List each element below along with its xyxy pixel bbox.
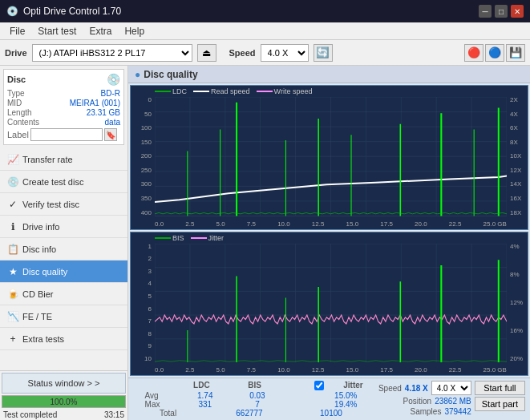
y-label-r-18x: 18X <box>508 210 528 216</box>
disc-label-input[interactable] <box>30 128 103 141</box>
legend-read-speed: Read speed <box>193 87 250 95</box>
stats-total-row: Total 662777 10100 <box>133 409 372 418</box>
speed-label: Speed <box>229 48 256 58</box>
minimize-button[interactable]: ─ <box>479 5 492 18</box>
menu-file[interactable]: File <box>3 24 31 38</box>
stats-section-main: LDC BIS Jitter Avg 1.74 0.03 15.0% Max 3… <box>133 381 372 418</box>
y-label-50: 50 <box>131 111 153 118</box>
y-label-r-2x: 2X <box>508 97 528 103</box>
menu-extra[interactable]: Extra <box>83 24 118 38</box>
x-20: 20.0 <box>415 220 427 228</box>
y-bis-r-4: 4% <box>508 244 528 250</box>
stats-samples-row: Samples 379442 <box>410 407 471 416</box>
xb-12.5: 12.5 <box>312 366 325 374</box>
sidebar-item-extra-tests[interactable]: + Extra tests <box>0 328 127 350</box>
sidebar-item-create-test-disc[interactable]: 💿 Create test disc <box>0 171 127 193</box>
x-5: 5.0 <box>216 220 225 228</box>
y-bis-9: 9 <box>131 343 153 349</box>
chart-header: ● Disc quality <box>128 66 530 83</box>
drive-label: Drive <box>5 48 27 58</box>
bottom-chart: BIS Jitter 10 9 8 7 6 5 4 3 <box>130 232 528 377</box>
sidebar-item-fe-te[interactable]: 📉 FE / TE <box>0 305 127 328</box>
sidebar: Disc 💿 Type BD-R MID MEIRA1 (001) Length… <box>0 66 128 420</box>
sidebar-nav: 📈 Transfer rate 💿 Create test disc ✓ Ver… <box>0 148 127 370</box>
status-window-button[interactable]: Status window > > <box>2 373 126 394</box>
drive-select[interactable]: (J:) ATAPI iHBS312 2 PL17 <box>32 44 192 62</box>
xb-25: 25.0 GB <box>483 366 507 374</box>
disc-label-row: Label 🔖 <box>7 128 120 141</box>
y-label-0: 0 <box>131 97 153 103</box>
bottom-chart-x-axis: 0.0 2.5 5.0 7.5 10.0 12.5 15.0 17.5 20.0… <box>155 366 507 374</box>
charts-container: LDC Read speed Write speed 400 350 30 <box>128 83 530 378</box>
start-part-button[interactable]: Start part <box>475 397 525 411</box>
disc-type-label: Type <box>7 89 25 98</box>
sidebar-item-verify-test-disc[interactable]: ✓ Verify test disc <box>0 193 127 216</box>
disc-label-label: Label <box>7 130 29 139</box>
sidebar-item-disc-quality[interactable]: ★ Disc quality <box>0 260 127 283</box>
disc-panel: Disc 💿 Type BD-R MID MEIRA1 (001) Length… <box>3 69 124 145</box>
y-bis-7: 7 <box>131 318 153 325</box>
disc-label-button[interactable]: 🔖 <box>104 128 117 141</box>
y-bis-4: 4 <box>131 281 153 287</box>
sidebar-item-disc-info[interactable]: 📋 Disc info <box>0 238 127 260</box>
y-bis-r-12: 12% <box>508 300 528 306</box>
speed-select[interactable]: 4.0 X <box>261 44 309 62</box>
samples-label: Samples <box>410 407 441 416</box>
sidebar-item-transfer-rate[interactable]: 📈 Transfer rate <box>0 148 127 171</box>
x-25: 25.0 GB <box>483 220 507 228</box>
y-label-r-16x: 16X <box>508 196 528 202</box>
stats-avg-row: Avg 1.74 0.03 15.0% <box>133 391 372 400</box>
sidebar-item-drive-info[interactable]: ℹ Drive info <box>0 216 127 238</box>
drive-info-label: Drive info <box>22 222 59 232</box>
stats-col-ldc: LDC <box>184 381 219 390</box>
xb-20: 20.0 <box>415 366 427 374</box>
top-chart-legend: LDC Read speed Write speed <box>155 87 312 95</box>
xb-22.5: 22.5 <box>449 366 462 374</box>
y-label-100: 100 <box>131 125 153 131</box>
stats-total-label: Total <box>160 409 182 418</box>
bottom-chart-legend: BIS Jitter <box>155 234 224 242</box>
y-label-r-4x: 4X <box>508 111 528 118</box>
xb-5: 5.0 <box>216 366 225 374</box>
disc-quality-label: Disc quality <box>22 267 67 277</box>
extra-tests-label: Extra tests <box>22 334 64 344</box>
x-0: 0.0 <box>155 220 164 228</box>
bottom-chart-y-axis-right: 20% 16% 12% 8% 4% <box>508 244 528 363</box>
toolbar-btn-1[interactable]: 🔴 <box>464 44 483 62</box>
cd-bier-icon: 🍺 <box>6 288 19 301</box>
stats-bar: LDC BIS Jitter Avg 1.74 0.03 15.0% Max 3… <box>128 378 530 420</box>
verify-test-disc-icon: ✓ <box>6 198 19 211</box>
content-area: ● Disc quality LDC Read speed <box>128 66 530 420</box>
toolbar-btn-2[interactable]: 🔵 <box>485 44 504 62</box>
y-bis-5: 5 <box>131 293 153 300</box>
speed-refresh-button[interactable]: 🔄 <box>314 44 333 62</box>
disc-mid-value: MEIRA1 (001) <box>70 99 120 107</box>
sidebar-item-cd-bier[interactable]: 🍺 CD Bier <box>0 283 127 305</box>
stats-avg-label: Avg <box>145 391 168 400</box>
close-button[interactable]: ✕ <box>511 5 524 18</box>
y-bis-6: 6 <box>131 306 153 313</box>
status-text: Test completed <box>0 410 60 420</box>
maximize-button[interactable]: □ <box>495 5 508 18</box>
disc-contents-row: Contents data <box>7 118 120 127</box>
toolbar-save[interactable]: 💾 <box>506 44 525 62</box>
y-bis-r-16: 16% <box>508 328 528 334</box>
x-7.5: 7.5 <box>247 220 256 228</box>
menu-bar: File Start test Extra Help <box>0 22 530 40</box>
stats-total-bis: 10100 <box>317 409 346 418</box>
xb-15: 15.0 <box>346 366 359 374</box>
x-10: 10.0 <box>277 220 290 228</box>
y-label-r-8x: 8X <box>508 139 528 146</box>
menu-help[interactable]: Help <box>118 24 151 38</box>
xb-2.5: 2.5 <box>185 366 194 374</box>
eject-button[interactable]: ⏏ <box>197 44 216 62</box>
start-full-button[interactable]: Start full <box>475 381 525 395</box>
speed-select-stats[interactable]: 4.0 X <box>431 381 471 395</box>
menu-start-test[interactable]: Start test <box>31 24 83 38</box>
legend-write-speed-label: Write speed <box>274 87 313 95</box>
y-label-350: 350 <box>131 196 153 202</box>
disc-length-row: Length 23.31 GB <box>7 108 120 117</box>
jitter-checkbox[interactable] <box>314 381 324 390</box>
bottom-chart-y-axis-left: 10 9 8 7 6 5 4 3 2 1 <box>131 244 153 363</box>
stats-total-ldc: 662777 <box>235 409 264 418</box>
